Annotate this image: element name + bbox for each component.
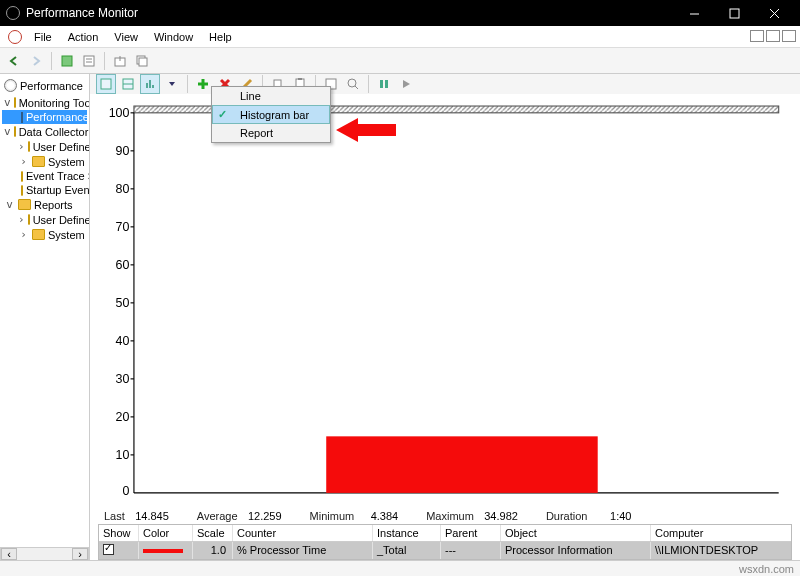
svg-text:0: 0	[122, 484, 129, 498]
window-new-button[interactable]	[132, 51, 152, 71]
tree-system[interactable]: ›System	[2, 154, 87, 169]
menu-action[interactable]: Action	[60, 29, 107, 45]
update-button[interactable]	[396, 74, 416, 94]
tree-label: Monitoring Tools	[19, 97, 90, 109]
svg-text:100: 100	[109, 106, 130, 120]
folder-icon	[18, 199, 31, 210]
menu-file[interactable]: File	[26, 29, 60, 45]
cell-color	[139, 542, 193, 559]
tree-performance-monitor[interactable]: Performance Monitor	[2, 110, 87, 124]
folder-icon	[28, 214, 30, 225]
minimize-button[interactable]	[674, 0, 714, 26]
chart: 100 90 80 70 60 50 40 30 20 10 0	[100, 96, 790, 505]
stat-min-value: 4.384	[358, 510, 398, 522]
menu-item-label: Report	[240, 127, 273, 139]
col-scale[interactable]: Scale	[193, 525, 233, 541]
menu-item-histogram[interactable]: ✓Histogram bar	[212, 105, 330, 124]
stats-bar: Last 14.845 Average 12.259 Minimum 4.384…	[90, 509, 800, 522]
svg-rect-4	[62, 56, 72, 66]
col-parent[interactable]: Parent	[441, 525, 501, 541]
tree-label: Data Collector Sets	[19, 126, 90, 138]
tree-monitoring-tools[interactable]: vMonitoring Tools	[2, 95, 87, 110]
properties-button[interactable]	[79, 51, 99, 71]
tree-label: System	[48, 156, 85, 168]
tree-event-trace[interactable]: Event Trace Sessions	[2, 169, 87, 183]
col-instance[interactable]: Instance	[373, 525, 441, 541]
folder-icon	[14, 126, 16, 137]
stat-max-value: 34.982	[478, 510, 518, 522]
tree-reports[interactable]: vReports	[2, 197, 87, 212]
change-graph-type-button[interactable]	[140, 74, 160, 94]
window-mdi-icons[interactable]	[748, 30, 796, 44]
chart-bar	[326, 436, 597, 493]
forward-button[interactable]	[26, 51, 46, 71]
app-icon-small	[8, 30, 22, 44]
menu-item-label: Line	[240, 90, 261, 102]
performance-icon	[4, 79, 17, 92]
svg-rect-10	[139, 58, 147, 66]
col-color[interactable]: Color	[139, 525, 193, 541]
close-button[interactable]	[754, 0, 794, 26]
svg-text:80: 80	[116, 182, 130, 196]
menu-item-line[interactable]: Line	[212, 87, 330, 105]
svg-text:40: 40	[116, 334, 130, 348]
tree-root-label: Performance	[20, 80, 83, 92]
zoom-button[interactable]	[343, 74, 363, 94]
col-object[interactable]: Object	[501, 525, 651, 541]
stat-avg-label: Average	[197, 510, 238, 522]
export-button[interactable]	[110, 51, 130, 71]
tree-scrollbar[interactable]: ‹›	[0, 547, 89, 560]
window-title: Performance Monitor	[26, 6, 674, 20]
tree-reports-system[interactable]: ›System	[2, 227, 87, 242]
svg-text:90: 90	[116, 144, 130, 158]
svg-rect-23	[298, 78, 302, 80]
folder-icon	[32, 229, 45, 240]
tree-label: User Defined	[33, 214, 90, 226]
view-log-button[interactable]	[118, 74, 138, 94]
view-current-button[interactable]	[96, 74, 116, 94]
content-pane: 100 90 80 70 60 50 40 30 20 10 0 La	[90, 74, 800, 560]
tree-label: System	[48, 229, 85, 241]
annotation-arrow	[336, 116, 396, 144]
tree-data-collector-sets[interactable]: vData Collector Sets	[2, 124, 87, 139]
menu-help[interactable]: Help	[201, 29, 240, 45]
col-counter[interactable]: Counter	[233, 525, 373, 541]
svg-rect-28	[385, 80, 388, 88]
table-row[interactable]: 1.0 % Processor Time _Total --- Processo…	[99, 542, 791, 559]
col-show[interactable]: Show	[99, 525, 139, 541]
menu-window[interactable]: Window	[146, 29, 201, 45]
statusbar: wsxdn.com	[0, 560, 800, 576]
cell-scale: 1.0	[193, 542, 233, 559]
show-hide-tree-button[interactable]	[57, 51, 77, 71]
freeze-button[interactable]	[374, 74, 394, 94]
svg-point-25	[348, 79, 356, 87]
add-counter-button[interactable]	[193, 74, 213, 94]
maximize-button[interactable]	[714, 0, 754, 26]
cell-instance: _Total	[373, 542, 441, 559]
cell-counter: % Processor Time	[233, 542, 373, 559]
svg-text:60: 60	[116, 258, 130, 272]
color-swatch	[143, 549, 183, 553]
stat-dur-value: 1:40	[591, 510, 631, 522]
tree-startup-event-trace[interactable]: Startup Event Trace Sessions	[2, 183, 87, 197]
stat-max-label: Maximum	[426, 510, 474, 522]
graph-type-dropdown[interactable]	[162, 74, 182, 94]
svg-rect-16	[152, 85, 154, 88]
menu-item-report[interactable]: Report	[212, 124, 330, 142]
tree-root[interactable]: Performance	[2, 78, 87, 93]
folder-icon	[14, 97, 16, 108]
stat-min-label: Minimum	[310, 510, 355, 522]
cell-show[interactable]	[99, 542, 139, 559]
svg-rect-5	[84, 56, 94, 66]
stat-last-value: 14.845	[129, 510, 169, 522]
back-button[interactable]	[4, 51, 24, 71]
show-checkbox[interactable]	[103, 544, 114, 555]
tree-reports-user-defined[interactable]: ›User Defined	[2, 212, 87, 227]
cell-parent: ---	[441, 542, 501, 559]
menubar: File Action View Window Help	[0, 26, 800, 48]
menu-view[interactable]: View	[106, 29, 146, 45]
svg-text:70: 70	[116, 220, 130, 234]
stat-last-label: Last	[104, 510, 125, 522]
col-computer[interactable]: Computer	[651, 525, 791, 541]
tree-user-defined[interactable]: ›User Defined	[2, 139, 87, 154]
